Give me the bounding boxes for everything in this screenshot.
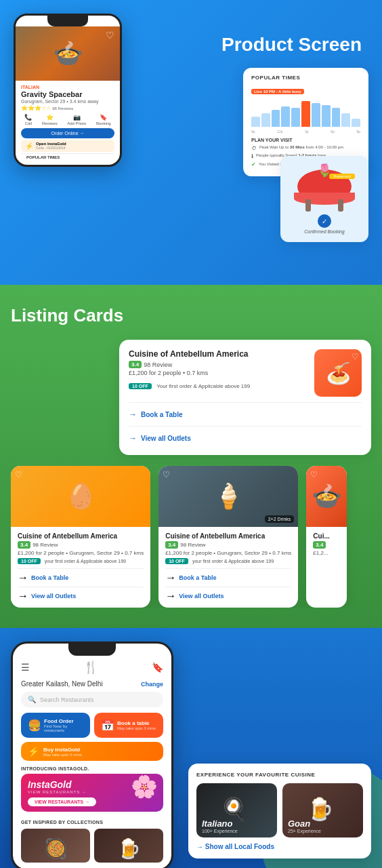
collections-label: GET INSPIRED BY COLLECTIONS xyxy=(13,817,171,829)
listing-card-inner: Cuisine of Antebellum America 3.4 98 Rev… xyxy=(129,349,362,397)
live-badge: Live 10 PM : A little busy xyxy=(251,89,304,94)
app-header: ☰ 🍴 🔖 xyxy=(13,656,171,679)
card-view-outlets-2[interactable]: → View all Outlets xyxy=(165,590,291,602)
confirmed-booking-label: Confirmed Booking xyxy=(289,229,360,234)
phone-cuisine-label: ITALIAN xyxy=(21,85,114,90)
card-restaurant-name-1: Cuisine of Antebellum America xyxy=(18,532,144,540)
bar-2 xyxy=(261,113,270,127)
hamburger-icon[interactable]: ☰ xyxy=(21,662,30,673)
card-heart-icon-3[interactable]: ♡ xyxy=(310,470,318,479)
italiano-card[interactable]: Italiano 100+ Experience xyxy=(196,783,277,837)
book-table-link[interactable]: → Book a Table xyxy=(129,407,362,422)
goan-card[interactable]: Goan 25+ Experience xyxy=(282,783,363,837)
listing-restaurant-name: Cuisine of Antebellum America xyxy=(129,349,307,359)
arrow-icon-2: → xyxy=(129,433,137,443)
bar-9 xyxy=(332,108,341,127)
instagold-promo-card: 🌸 InstaGold VIEW RESTAURANTS → VIEW REST… xyxy=(21,774,163,812)
card-divider-2a xyxy=(165,568,291,569)
card-price-1: £1,200 for 2 people • Gurugram, Sector 2… xyxy=(18,550,144,556)
show-all-local-foods-link[interactable]: → Show all Local Foods xyxy=(196,843,363,850)
book-table-subtitle: May take upto 3 mins xyxy=(117,726,156,730)
card-heart-icon-2[interactable]: ♡ xyxy=(163,470,170,479)
card-offer-2: 10 OFF your first order & Applicable abo… xyxy=(165,558,291,564)
product-screen-section: Product Screen ♡ ITALIAN Gravity Spaceba… xyxy=(0,0,382,285)
card-book-table-2[interactable]: → Book a Table xyxy=(165,572,291,584)
buy-instagold-banner[interactable]: ⚡ Buy InstaGold May take upto 5 mins xyxy=(21,742,163,761)
phone-photo-action[interactable]: 📷Add Photo xyxy=(67,114,86,125)
offer-badge: 10 OFF xyxy=(129,383,152,389)
card-divider-1b xyxy=(18,587,144,587)
restaurant-card-1: ♡ Cuisine of Antebellum America 3.4 98 R… xyxy=(11,466,150,608)
food-order-button[interactable]: 🍔 Food Order Find Near by restaurants xyxy=(21,713,90,738)
bookmark-icon[interactable]: 🔖 xyxy=(152,662,163,673)
phone-instagold-banner[interactable]: ⚡ Open InstaGold Code : IG00013919 xyxy=(21,140,114,152)
arrow-6: → xyxy=(165,590,176,602)
italiano-name: Italiano xyxy=(202,818,238,829)
listing-heart-icon[interactable]: ♡ xyxy=(352,352,359,361)
listing-review-count: 98 Review xyxy=(144,361,172,368)
card-view-outlets-1[interactable]: → View all Outlets xyxy=(18,590,144,602)
table-illustration: 🌷 Reserved xyxy=(297,164,352,212)
goan-label: Goan 25+ Experience xyxy=(288,818,321,833)
card-reviews-2: 98 Review xyxy=(180,542,205,548)
phone-mockup: ♡ ITALIAN Gravity Spacebar Gurugram, Sec… xyxy=(14,14,122,167)
quick-actions-row: 🍔 Food Order Find Near by restaurants 📅 … xyxy=(13,713,171,742)
collection-item-1[interactable] xyxy=(21,829,90,863)
promo-flowers-icon: 🌸 xyxy=(131,774,158,800)
card-price-2: £1,200 for 2 people • Gurugram, Sector 2… xyxy=(165,550,291,556)
bar-4 xyxy=(281,106,290,127)
app-location-row: Greater Kailash, New Delhi Change xyxy=(13,679,171,692)
card-offer-text-2: your first order & Applicable above 199 xyxy=(192,559,274,564)
card-rating-3: 3.4 xyxy=(313,541,340,549)
phone-booking-action[interactable]: 🔖Booking xyxy=(96,114,111,125)
bar-8 xyxy=(322,105,331,127)
card-rating-dot-2: 3.4 xyxy=(165,541,178,549)
book-table-icon: 📅 xyxy=(101,719,114,732)
introducing-instagold-label: INTRODUCING INSTAGOLD. xyxy=(13,766,171,774)
experience-cards-row: Italiano 100+ Experience Goan 25+ Experi… xyxy=(196,783,363,837)
card-book-table-1[interactable]: → Book a Table xyxy=(18,572,144,584)
phone-call-action[interactable]: 📞Call xyxy=(24,114,32,125)
book-table-label: Book a Table xyxy=(141,411,183,418)
bar-1 xyxy=(251,117,260,127)
search-placeholder: Search Restaurants xyxy=(40,696,94,703)
arrow-3: → xyxy=(18,572,28,584)
plan-icon-check: ✔ xyxy=(251,161,256,167)
listing-divider-2 xyxy=(129,426,362,427)
instagold-banner-texts: Buy InstaGold May take upto 5 mins xyxy=(43,747,82,757)
view-all-label: View all Outlets xyxy=(141,435,191,442)
change-location-button[interactable]: Change xyxy=(141,681,163,688)
collections-row xyxy=(13,829,171,868)
table-cloth xyxy=(294,193,355,205)
featured-listing-card: Cuisine of Antebellum America 3.4 98 Rev… xyxy=(119,340,371,455)
card-heart-icon-1[interactable]: ♡ xyxy=(15,470,22,479)
goan-count: 25+ Experience xyxy=(288,829,321,833)
phone-popular-label: POPULAR TIMES xyxy=(21,153,114,161)
phone-order-button[interactable]: Order Online → xyxy=(21,128,114,138)
view-all-outlets-link[interactable]: → View all Outlets xyxy=(129,431,362,446)
phone-favorite-icon[interactable]: ♡ xyxy=(106,30,114,41)
card-body-3: Cui... 3.4 £1,2... xyxy=(306,527,347,564)
product-screen-title: Product Screen xyxy=(221,34,362,56)
booking-check-icon: ✓ xyxy=(318,214,331,228)
table-leg-left xyxy=(305,199,311,212)
collection-item-2[interactable] xyxy=(94,829,163,863)
view-restaurants-button[interactable]: VIEW RESTAURANTS → xyxy=(28,797,96,806)
listing-cards-title: Listing Cards xyxy=(11,305,371,326)
phone-reviews-action[interactable]: ⭐Reviews xyxy=(42,114,58,125)
plan-visit-title: PLAN YOUR VISIT xyxy=(251,138,360,142)
card-image-3: ♡ xyxy=(306,466,347,527)
offer-text: Your first order & Applicable above 199 xyxy=(156,383,250,389)
rating-value: 3.4 xyxy=(129,361,142,368)
card-body-1: Cuisine of Antebellum America 3.4 98 Rev… xyxy=(11,527,150,608)
reserved-booking-card: 🌷 Reserved ✓ Confirmed Booking xyxy=(280,156,368,242)
search-bar[interactable]: 🔍 Search Restaurants xyxy=(21,692,163,707)
phone-rating-stars: ⭐⭐⭐☆☆ 98 Reviews xyxy=(21,105,114,111)
restaurant-card-2: ♡ 2+2 Drinks Cuisine of Antebellum Ameri… xyxy=(158,466,298,608)
listing-offer-row: 10 OFF Your first order & Applicable abo… xyxy=(129,378,307,391)
book-table-button[interactable]: 📅 Book a table May take upto 3 mins xyxy=(94,713,163,738)
card-divider-2b xyxy=(165,587,291,587)
listing-cards-section: Listing Cards Cuisine of Antebellum Amer… xyxy=(0,285,382,628)
instagold-code: Code : IG00013919 xyxy=(36,146,66,150)
card-rating-2: 3.4 98 Review xyxy=(165,541,291,549)
